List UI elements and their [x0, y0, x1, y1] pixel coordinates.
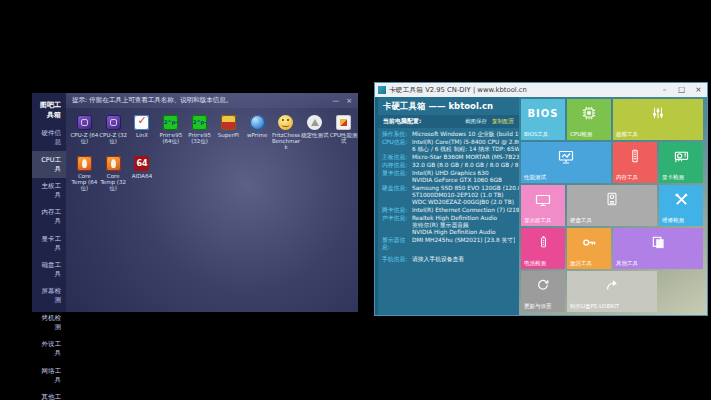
tile-hdd[interactable]: 硬盘工具: [567, 185, 657, 226]
sidebar-item-5[interactable]: 磁盘工具: [32, 257, 66, 283]
tile-arrow[interactable]: 制作U盘PE-USBKIT: [567, 271, 657, 312]
info-value: Intel(R) Core(TM) i5-8400 CPU @ 2.80GHz: [412, 139, 534, 146]
toolbox-window: 图吧工具箱 硬件信息CPU工具主板工具内存工具显卡工具磁盘工具屏幕检测烤机检测外…: [32, 93, 357, 312]
tile-key[interactable]: 激活工具: [567, 228, 611, 269]
window-title: 卡硬工具箱 V2.95 CN-DIY | www.kbtool.cn: [389, 85, 656, 95]
warn-icon: [307, 115, 322, 130]
info-label: 显卡信息:: [382, 170, 412, 184]
tile-cpu[interactable]: CPU检测: [567, 99, 611, 140]
sidebar-item-0[interactable]: 硬件信息: [32, 125, 66, 151]
tool-label: CPU-Z (32位): [99, 132, 128, 144]
tool-fritz[interactable]: FritzChess Benchmark: [272, 115, 301, 151]
info-row: CPU信息:Intel(R) Core(TM) i5-8400 CPU @ 2.…: [382, 139, 515, 153]
tool-linx[interactable]: LinX: [128, 115, 157, 151]
sidebar-item-4[interactable]: 显卡工具: [32, 231, 66, 257]
app-icon: [378, 86, 386, 94]
close-button[interactable]: ×: [690, 83, 707, 97]
info-label: 硬盘信息:: [382, 185, 412, 206]
cpu-icon: [567, 106, 611, 120]
tile-label: 硬盘工具: [570, 217, 592, 224]
tile-label: 性能测试: [524, 174, 546, 181]
info-label: 内存信息:: [382, 162, 412, 169]
tile-grid: BIOSBIOS工具CPU检测超频工具性能测试内存工具显卡检测显示器工具硬盘工具…: [521, 99, 705, 312]
sidebar-item-3[interactable]: 内存工具: [32, 204, 66, 230]
tile-label: 制作U盘PE-USBKIT: [570, 303, 619, 310]
coretemp-icon: [106, 156, 121, 171]
toolbox-sidebar-list: 硬件信息CPU工具主板工具内存工具显卡工具磁盘工具屏幕检测烤机检测外设工具网络工…: [32, 125, 66, 400]
config-label: 当前电脑配置:: [383, 117, 460, 126]
tile-sliders[interactable]: 超频工具: [613, 99, 703, 140]
tool-warn[interactable]: 稳定性测试: [300, 115, 329, 151]
tool-coretemp[interactable]: Core Temp (32位): [99, 156, 128, 192]
screenshot-link[interactable]: 截图保存: [465, 118, 487, 125]
tile-gpu[interactable]: 显卡检测: [659, 142, 703, 183]
tool-cputest[interactable]: CPU性能测试: [329, 115, 358, 151]
ram-icon: [613, 149, 657, 163]
tile-monitor[interactable]: 性能测试: [521, 142, 611, 183]
tool-cpuz[interactable]: CPU-Z (32位): [99, 115, 128, 151]
tool-label: 稳定性测试: [300, 132, 329, 138]
kbtool-titlebar: 卡硬工具箱 V2.95 CN-DIY | www.kbtool.cn – □ ×: [375, 83, 707, 97]
tile-label: 超频工具: [616, 131, 638, 138]
sidebar-item-1[interactable]: CPU工具: [32, 151, 66, 177]
tile-label: 显示器工具: [524, 217, 552, 224]
sidebar-item-10[interactable]: 其他工具: [32, 389, 66, 400]
tool-prime[interactable]: 2^p-1Prime95 (32位): [185, 115, 214, 151]
tile-bios[interactable]: BIOSBIOS工具: [521, 99, 565, 140]
panel-subheader-row: 当前电脑配置: 截图保存 复制配置: [378, 115, 519, 128]
tile-tools[interactable]: 维修检测: [659, 185, 703, 226]
info-label: 声卡信息:: [382, 215, 412, 236]
gpu-icon: [659, 149, 703, 164]
info-value: DMI MH245hu (SM2021) [23.8 英寸]: [412, 237, 515, 244]
toolbox-sidebar: 图吧工具箱 硬件信息CPU工具主板工具内存工具显卡工具磁盘工具屏幕检测烤机检测外…: [32, 93, 66, 312]
tile-label: 激活工具: [570, 260, 592, 267]
info-row: 硬盘信息:Samsung SSD 850 EVO 120GB (120.0 GB…: [382, 185, 515, 206]
tool-label: CPU-Z (64位): [70, 132, 99, 144]
minimize-button[interactable]: —: [332, 97, 339, 105]
sidebar-item-2[interactable]: 主板工具: [32, 178, 66, 204]
tool-label: AIDA64: [128, 173, 157, 179]
phone-info-value: 请接入手机设备查看: [412, 256, 515, 263]
sidebar-item-6[interactable]: 屏幕检测: [32, 283, 66, 309]
tile-ram[interactable]: 内存工具: [613, 142, 657, 183]
linx-icon: [134, 115, 149, 130]
tile-refresh[interactable]: 更新与设置: [521, 271, 565, 312]
minimize-button[interactable]: –: [656, 83, 673, 97]
tool-superpi[interactable]: SuperPI: [214, 115, 243, 151]
coretemp-icon: [77, 156, 92, 171]
tool-wprime[interactable]: wPrime: [243, 115, 272, 151]
cpu-tools-grid: CPU-Z (64位)CPU-Z (32位)LinX2^p-1Prime95 (…: [70, 115, 358, 196]
info-row: 显示器信息:DMI MH245hu (SM2021) [23.8 英寸]: [382, 237, 515, 251]
sidebar-item-7[interactable]: 烤机检测: [32, 310, 66, 336]
tool-label: wPrime: [243, 132, 272, 138]
cputest-icon: [336, 115, 351, 130]
tool-aida[interactable]: 64AIDA64: [128, 156, 157, 192]
maximize-button[interactable]: □: [673, 83, 690, 97]
info-value: 6 核心 / 6 线程 制程: 14 纳米 TDP: 65W: [412, 146, 534, 153]
info-value: Intel(R) UHD Graphics 630: [412, 170, 515, 177]
tile-copy[interactable]: 其他工具: [613, 228, 703, 269]
info-row: 网卡信息:Intel(R) Ethernet Connection (7) I2…: [382, 207, 515, 214]
aida-icon: 64: [134, 156, 149, 171]
tool-label: Core Temp (64位): [70, 173, 99, 192]
tile-label: 显卡检测: [662, 174, 684, 181]
info-value: NVIDIA High Definition Audio: [412, 229, 515, 236]
tile-battery[interactable]: 电池检测: [521, 228, 565, 269]
sidebar-item-9[interactable]: 网络工具: [32, 362, 66, 388]
info-value: 32.0 GB (8.0 GB / 8.0 GB / 8.0 GB / 8.0 …: [412, 162, 537, 169]
tool-coretemp[interactable]: Core Temp (64位): [70, 156, 99, 192]
close-button[interactable]: ×: [346, 97, 352, 105]
tool-label: CPU性能测试: [329, 132, 358, 144]
tool-label: FritzChess Benchmark: [272, 132, 301, 151]
copy-config-link[interactable]: 复制配置: [492, 118, 514, 125]
tile-big-text: BIOS: [521, 108, 565, 119]
sidebar-item-8[interactable]: 外设工具: [32, 336, 66, 362]
tool-cpuz[interactable]: CPU-Z (64位): [70, 115, 99, 151]
tool-label: SuperPI: [214, 132, 243, 138]
tiles-area: BIOSBIOS工具CPU检测超频工具性能测试内存工具显卡检测显示器工具硬盘工具…: [519, 97, 707, 315]
tool-prime[interactable]: 2^p-1Prime95 (64位): [156, 115, 185, 151]
info-label: CPU信息:: [382, 139, 412, 153]
fritz-icon: [278, 115, 293, 130]
info-value: 英特尔(R) 显示器音频: [412, 222, 515, 229]
tile-display[interactable]: 显示器工具: [521, 185, 565, 226]
